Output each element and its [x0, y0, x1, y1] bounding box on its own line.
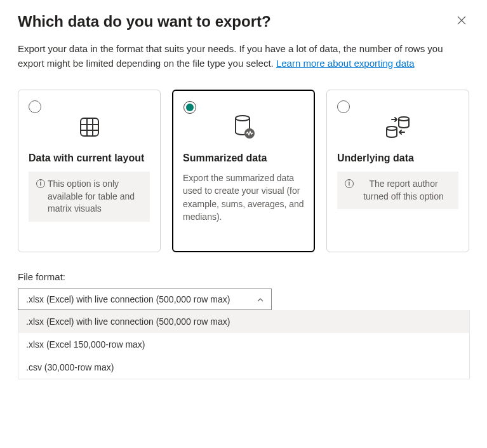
option-card-summarized[interactable]: Summarized data Export the summarized da…: [172, 90, 315, 252]
option-note-underlying: i The report author turned off this opti…: [337, 172, 458, 209]
info-icon: i: [36, 179, 45, 188]
option-note-current-layout: i This option is only available for tabl…: [29, 172, 150, 222]
svg-point-8: [387, 126, 397, 130]
option-note-text-underlying: The report author turned off this option: [356, 178, 451, 203]
info-icon: i: [345, 179, 354, 188]
dialog-description: Export your data in the format that suit…: [18, 42, 462, 71]
radio-current-layout[interactable]: [29, 100, 41, 113]
option-title-underlying: Underlying data: [337, 153, 458, 164]
option-title-summarized: Summarized data: [183, 153, 304, 164]
close-icon: [457, 16, 466, 25]
file-format-selected-value: .xlsx (Excel) with live connection (500,…: [26, 294, 230, 304]
file-format-select[interactable]: .xlsx (Excel) with live connection (500,…: [18, 288, 272, 310]
file-format-label: File format:: [18, 271, 469, 282]
option-card-underlying[interactable]: Underlying data i The report author turn…: [326, 90, 469, 252]
dropdown-option-xlsx-live[interactable]: .xlsx (Excel) with live connection (500,…: [18, 310, 469, 333]
file-format-dropdown: .xlsx (Excel) with live connection (500,…: [18, 310, 470, 379]
option-title-current-layout: Data with current layout: [29, 153, 150, 164]
svg-point-7: [399, 117, 409, 121]
radio-summarized[interactable]: [183, 101, 196, 114]
svg-rect-0: [81, 118, 98, 136]
learn-more-link[interactable]: Learn more about exporting data: [276, 58, 415, 69]
option-description-summarized: Export the summarized data used to creat…: [183, 172, 304, 223]
dropdown-option-xlsx[interactable]: .xlsx (Excel 150,000-row max): [18, 333, 469, 356]
export-options-row: Data with current layout i This option i…: [18, 90, 469, 252]
radio-underlying[interactable]: [337, 100, 350, 113]
table-layout-icon: [29, 108, 150, 146]
close-button[interactable]: [454, 13, 469, 28]
database-icon: [183, 108, 304, 146]
database-swap-icon: [337, 108, 458, 146]
svg-point-5: [236, 116, 250, 121]
dialog-title: Which data do you want to export?: [18, 13, 469, 31]
option-card-current-layout[interactable]: Data with current layout i This option i…: [18, 90, 161, 252]
option-note-text-current-layout: This option is only available for table …: [48, 178, 142, 215]
dropdown-option-csv[interactable]: .csv (30,000-row max): [18, 356, 469, 379]
chevron-up-icon: [257, 295, 264, 304]
